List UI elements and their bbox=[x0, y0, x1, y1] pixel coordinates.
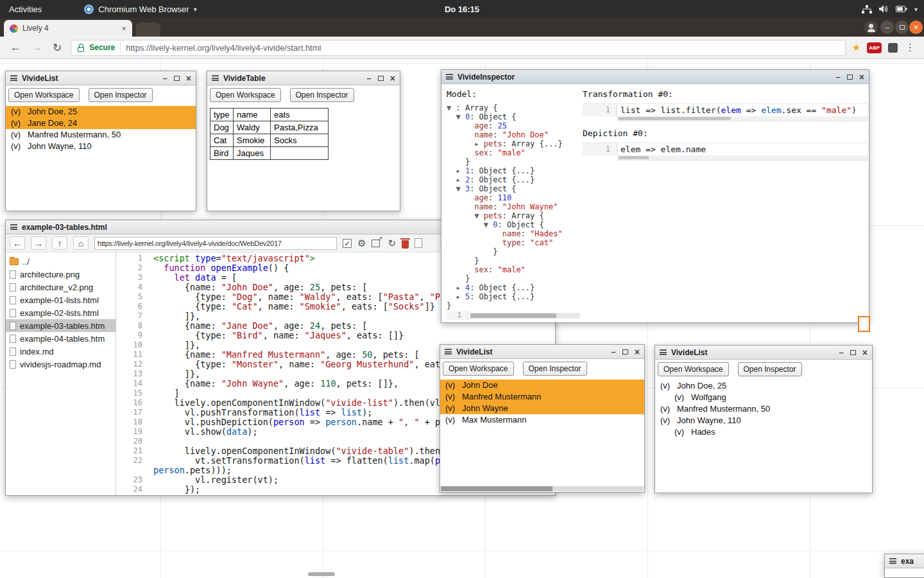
depiction-code[interactable]: elem => elem.name bbox=[617, 143, 868, 155]
address-bar[interactable]: Secure https://lively-kernel.org/lively4… bbox=[71, 40, 845, 56]
window-titlebar[interactable]: exa bbox=[885, 554, 924, 568]
reload-icon[interactable]: ↻ bbox=[53, 41, 62, 55]
horizontal-scrollbar[interactable] bbox=[617, 116, 868, 121]
tree-node[interactable]: age: 110 bbox=[447, 193, 583, 202]
url-text[interactable]: https://lively-kernel.org/lively4/lively… bbox=[126, 43, 321, 53]
window-menu-icon[interactable] bbox=[889, 558, 896, 564]
window-menu-icon[interactable] bbox=[10, 224, 17, 230]
scrollbar-thumb[interactable] bbox=[441, 486, 552, 491]
system-tray[interactable]: ▾ bbox=[862, 0, 918, 18]
tree-node[interactable]: } bbox=[447, 301, 583, 310]
file-item[interactable]: ../ bbox=[6, 255, 116, 268]
forward-icon[interactable]: → bbox=[31, 236, 46, 250]
file-item[interactable]: vividesjs-roadmap.md bbox=[6, 358, 116, 371]
transformation-editor[interactable]: 1 list => list.filter(elem => elem.sex =… bbox=[583, 103, 868, 116]
tree-node[interactable]: } bbox=[447, 256, 583, 265]
open-inspector-button[interactable]: Open Inspector bbox=[89, 88, 153, 102]
window-menu-icon[interactable] bbox=[10, 75, 17, 81]
file-item[interactable]: example-02-lists.html bbox=[6, 306, 116, 319]
list-item[interactable]: (v)John Doe, 25 bbox=[6, 106, 196, 118]
window-close-button[interactable]: × bbox=[862, 349, 868, 356]
scrollbar-thumb[interactable] bbox=[619, 117, 731, 120]
tab-close-icon[interactable]: × bbox=[121, 24, 126, 33]
horizontal-scrollbar[interactable] bbox=[470, 313, 580, 319]
inspector-bottom-editor[interactable]: 1 bbox=[447, 311, 580, 320]
tree-node[interactable]: type: "cat" bbox=[447, 238, 583, 247]
file-item[interactable]: index.md bbox=[6, 345, 116, 358]
tree-node[interactable]: ▸ 2: Object {...} bbox=[447, 175, 583, 184]
extension-icon[interactable] bbox=[888, 43, 898, 53]
back-icon[interactable]: ← bbox=[10, 236, 25, 250]
list-item[interactable]: (v)John Doe bbox=[440, 380, 644, 391]
tree-node[interactable]: ▼ : Array { bbox=[447, 103, 583, 112]
window-maximize-button[interactable] bbox=[174, 76, 180, 81]
open-workspace-button[interactable]: Open Workspace bbox=[658, 362, 729, 376]
window-titlebar[interactable]: VivideInspector – × bbox=[441, 70, 869, 84]
window-titlebar[interactable]: VivideList – × bbox=[655, 346, 872, 360]
scrollbar-thumb[interactable] bbox=[619, 156, 649, 159]
list-item[interactable]: (v)John Wayne bbox=[440, 403, 644, 414]
scrollbar-thumb[interactable] bbox=[470, 313, 556, 318]
window-minimize-button[interactable]: – bbox=[880, 21, 894, 34]
open-workspace-button[interactable]: Open Workspace bbox=[443, 362, 514, 376]
window-maximize-button[interactable] bbox=[378, 76, 384, 81]
bookmark-star-icon[interactable]: ★ bbox=[852, 42, 860, 53]
horizontal-scrollbar[interactable] bbox=[617, 155, 868, 161]
open-inspector-button[interactable]: Open Inspector bbox=[290, 88, 354, 102]
checkbox[interactable]: ✓ bbox=[343, 239, 352, 248]
tree-node[interactable]: ▸ pets: Array {...} bbox=[447, 139, 583, 148]
horizontal-scrollbar[interactable] bbox=[441, 486, 644, 491]
window-titlebar[interactable]: VivideList – × bbox=[440, 345, 644, 359]
file-item[interactable]: example-04-tables.htm bbox=[6, 332, 116, 345]
list-item[interactable]: (v)Manfred Mustermann, 50 bbox=[6, 129, 196, 141]
list-item[interactable]: (v)John Doe, 25 bbox=[655, 380, 872, 392]
tree-node[interactable]: ▼ pets: Array { bbox=[447, 211, 583, 220]
window-maximize-button[interactable] bbox=[847, 74, 853, 80]
window-titlebar[interactable]: VivideTable – × bbox=[207, 71, 400, 85]
window-titlebar[interactable]: VivideList – × bbox=[6, 71, 196, 85]
transformation-code[interactable]: list => list.filter(elem => elem.sex == … bbox=[617, 104, 868, 116]
open-inspector-button[interactable]: Open Inspector bbox=[523, 362, 587, 376]
window-maximize-button[interactable] bbox=[622, 349, 628, 355]
window-maximize-button[interactable] bbox=[895, 21, 909, 34]
open-inspector-button[interactable]: Open Inspector bbox=[738, 362, 802, 376]
window-minimize-button[interactable]: – bbox=[836, 74, 841, 80]
profile-avatar[interactable] bbox=[864, 21, 878, 34]
window-close-button[interactable]: × bbox=[635, 348, 640, 356]
window-maximize-button[interactable] bbox=[850, 350, 856, 355]
window-minimize-button[interactable]: – bbox=[367, 75, 372, 82]
file-item[interactable]: architecture_v2.png bbox=[6, 281, 116, 293]
tree-node[interactable]: ▸ 1: Object {...} bbox=[447, 166, 583, 175]
tree-node[interactable]: } bbox=[447, 157, 583, 166]
delete-icon[interactable] bbox=[402, 240, 409, 249]
table-row[interactable]: DogWaldyPasta,Pizza bbox=[210, 121, 329, 134]
app-menu[interactable]: Chromium Web Browser ▾ bbox=[84, 4, 196, 14]
list-item[interactable]: (v)Max Mustermann bbox=[440, 414, 644, 426]
window-close-button[interactable]: × bbox=[186, 74, 191, 82]
list-item[interactable]: (v)John Wayne, 110 bbox=[6, 141, 196, 152]
page-scrollbar-thumb[interactable] bbox=[308, 572, 335, 576]
file-item[interactable]: example-03-tables.htm bbox=[6, 319, 116, 332]
activities-button[interactable]: Activities bbox=[9, 4, 42, 14]
window-menu-icon[interactable] bbox=[212, 75, 219, 81]
tree-node[interactable]: age: 25 bbox=[447, 121, 583, 130]
window-close-button[interactable]: × bbox=[909, 21, 923, 34]
browser-menu-icon[interactable]: ⋮ bbox=[905, 42, 915, 53]
tree-node[interactable]: name: "John Wayne" bbox=[447, 202, 583, 211]
table-row[interactable]: CatSmokieSocks bbox=[210, 134, 329, 147]
new-tab-button[interactable] bbox=[136, 22, 160, 37]
window-close-button[interactable]: × bbox=[390, 74, 395, 82]
window-minimize-button[interactable]: – bbox=[163, 75, 167, 82]
list-item[interactable]: (v)Hades bbox=[655, 426, 872, 438]
adblock-extension-icon[interactable]: ABP bbox=[867, 42, 882, 53]
selection-handle[interactable] bbox=[858, 316, 870, 332]
tree-node[interactable]: } bbox=[447, 247, 583, 256]
list-item[interactable]: (v)Manfred Mustermann bbox=[440, 391, 644, 403]
list-item[interactable]: (v)Wolfgang bbox=[655, 392, 872, 403]
tree-node[interactable]: ▸ 4: Object {...} bbox=[447, 283, 583, 292]
tree-node[interactable]: sex: "male" bbox=[447, 265, 583, 274]
file-item[interactable]: architecture.png bbox=[6, 268, 116, 281]
refresh-icon[interactable]: ↻ bbox=[388, 238, 396, 249]
tree-node[interactable]: ▸ 5: Object {...} bbox=[447, 292, 583, 301]
tree-node[interactable]: name: "Hades" bbox=[447, 229, 583, 238]
